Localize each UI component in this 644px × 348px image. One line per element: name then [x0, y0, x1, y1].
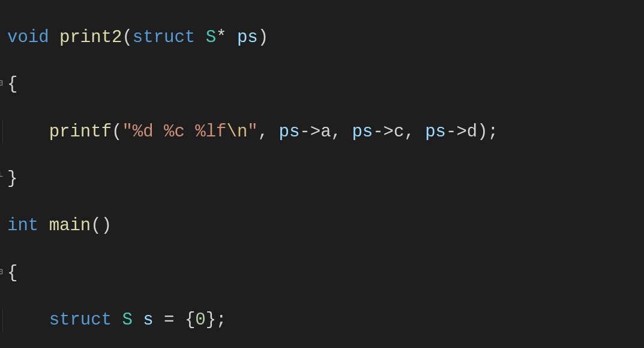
fn-call: printf [49, 122, 112, 142]
type-name: S [122, 310, 132, 330]
code-line: struct S s = {0}; [0, 308, 644, 332]
type-name: S [206, 28, 216, 47]
fn-name: main [49, 216, 91, 236]
code-line: int main() [0, 214, 644, 237]
param-name: ps [237, 28, 258, 47]
indent-guide [2, 120, 3, 144]
keyword-void: void [7, 28, 49, 47]
code-editor[interactable]: void print2(struct S* ps) ⊟{ printf("%d … [0, 0, 644, 348]
fold-icon[interactable]: ⊟ [0, 78, 4, 85]
code-line: void print2(struct S* ps) [0, 26, 644, 49]
keyword-struct: struct [49, 310, 112, 330]
code-line: ⊟{ [0, 261, 644, 285]
indent-guide [2, 308, 3, 332]
number-literal: 0 [195, 310, 205, 330]
string-literal: %d %c %lf [133, 122, 227, 142]
code-line: ⊟{ [0, 73, 644, 96]
escape-char: \n [227, 122, 248, 142]
code-line: └} [0, 167, 644, 191]
keyword-struct: struct [133, 28, 195, 47]
fold-end-icon: └ [0, 171, 4, 178]
var-name: s [143, 310, 153, 330]
keyword-int: int [7, 216, 38, 236]
fn-name: print2 [59, 28, 122, 47]
fold-icon[interactable]: ⊟ [0, 266, 4, 273]
code-line: printf("%d %c %lf\n", ps->a, ps->c, ps->… [0, 120, 644, 144]
